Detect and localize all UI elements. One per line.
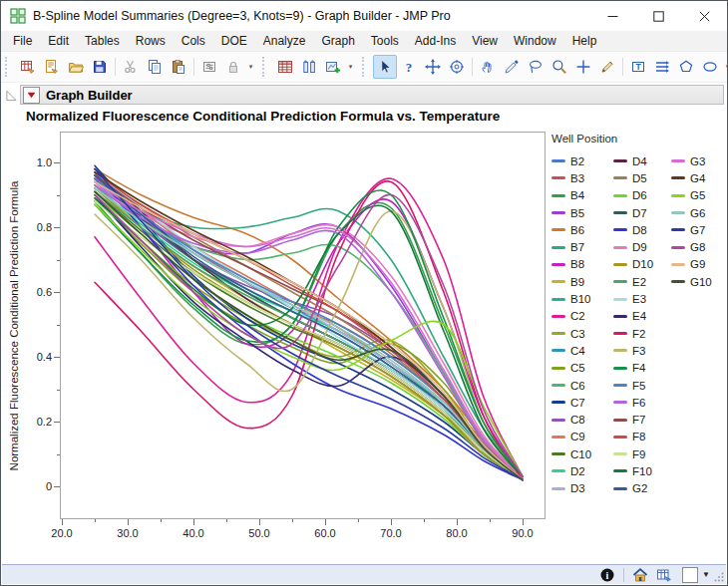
legend-item-G8[interactable]: G8 [671,238,712,255]
legend-item-F5[interactable]: F5 [613,377,671,394]
legend-item-G2[interactable]: G2 [613,480,671,497]
outline-disclosure-icon[interactable] [5,89,18,102]
arrow-tool-button[interactable] [373,55,397,79]
legend-item-E3[interactable]: E3 [613,290,671,307]
row-state-chip[interactable] [682,567,698,583]
legend-item-G3[interactable]: G3 [671,152,712,169]
legend-item-G7[interactable]: G7 [671,221,712,238]
toolbar-drag-handle[interactable] [262,57,269,77]
new-table-button[interactable] [16,55,40,79]
toolbar-overflow-button[interactable]: ▾ [722,56,728,78]
legend-item-C2[interactable]: C2 [551,308,613,325]
legend-item-E2[interactable]: E2 [613,273,671,290]
legend-item-D8[interactable]: D8 [613,221,671,238]
legend-item-D10[interactable]: D10 [613,256,671,273]
toolbar-overflow-button[interactable]: ▾ [245,56,256,78]
menu-item-view[interactable]: View [464,32,506,50]
menu-item-file[interactable]: File [5,32,40,50]
legend-item-C4[interactable]: C4 [551,342,613,359]
magnifier-tool-button[interactable] [547,55,571,79]
save-button[interactable] [88,55,112,79]
legend-item-C9[interactable]: C9 [551,429,613,445]
legend-item-B5[interactable]: B5 [551,204,613,221]
legend-item-C10[interactable]: C10 [551,445,613,462]
open-button[interactable] [64,55,88,79]
chevron-down-icon[interactable]: ▼ [702,570,710,579]
grabber-tool-button[interactable] [476,55,500,79]
legend-item-G6[interactable]: G6 [671,204,712,221]
text-annotate-button[interactable]: T [626,55,650,79]
legend-item-B2[interactable]: B2 [551,152,613,169]
cut-button[interactable] [119,55,143,79]
help-tool-button[interactable]: ? [397,55,421,79]
brush-tool-button[interactable] [500,55,524,79]
legend-item-D3[interactable]: D3 [551,480,613,497]
legend-item-E4[interactable]: E4 [613,308,671,325]
toolbar-overflow-button[interactable]: ▾ [345,56,356,78]
maximize-button[interactable] [635,1,681,31]
annotate-tool-button[interactable] [595,55,619,79]
copy-button[interactable] [143,55,167,79]
legend-item-F2[interactable]: F2 [613,325,671,342]
menu-item-analyze[interactable]: Analyze [255,32,314,50]
preferences-button[interactable] [197,55,221,79]
legend-item-C7[interactable]: C7 [551,394,613,411]
legend-item-C6[interactable]: C6 [551,377,613,394]
legend-item-F8[interactable]: F8 [613,429,671,445]
legend-item-G10[interactable]: G10 [671,273,712,290]
legend-item-B4[interactable]: B4 [551,187,613,204]
table-status-icon[interactable] [656,567,672,583]
legend-item-B7[interactable]: B7 [551,238,613,255]
lock-button[interactable] [221,55,245,79]
legend-item-B6[interactable]: B6 [551,221,613,238]
legend-item-C3[interactable]: C3 [551,325,613,342]
info-icon[interactable]: i [599,567,615,583]
legend-item-F9[interactable]: F9 [613,445,671,462]
menu-item-tools[interactable]: Tools [363,32,407,50]
legend-item-F7[interactable]: F7 [613,411,671,428]
legend-item-D7[interactable]: D7 [613,204,671,221]
legend-item-G5[interactable]: G5 [671,187,712,204]
menu-item-tables[interactable]: Tables [77,32,128,50]
crosshair-tool-button[interactable] [571,55,595,79]
toolbar-drag-handle[interactable] [5,57,12,77]
menu-item-help[interactable]: Help [564,32,605,50]
resize-grip[interactable] [714,572,724,582]
legend-item-F10[interactable]: F10 [613,462,671,479]
legend-item-D5[interactable]: D5 [613,169,671,186]
legend-item-F4[interactable]: F4 [613,360,671,377]
new-graph-button[interactable] [321,55,345,79]
data-table-button[interactable] [273,55,297,79]
legend-item-B3[interactable]: B3 [551,169,613,186]
legend-item-D9[interactable]: D9 [613,238,671,255]
menu-item-graph[interactable]: Graph [313,32,362,50]
legend-item-F3[interactable]: F3 [613,342,671,359]
menu-item-window[interactable]: Window [506,32,564,50]
lines-annotate-button[interactable] [650,55,674,79]
legend-item-B8[interactable]: B8 [551,256,613,273]
menu-item-doe[interactable]: DOE [213,32,255,50]
legend-item-G4[interactable]: G4 [671,169,712,186]
menu-item-rows[interactable]: Rows [128,32,174,50]
legend-item-D2[interactable]: D2 [551,462,613,479]
selection-target-button[interactable] [445,55,469,79]
legend-item-F6[interactable]: F6 [613,394,671,411]
title-bar[interactable]: B-Spline Model Summaries (Degree=3, Knot… [1,1,727,31]
menu-item-cols[interactable]: Cols [174,32,213,50]
oval-annotate-button[interactable] [698,55,722,79]
polygon-annotate-button[interactable] [674,55,698,79]
columns-viewer-button[interactable] [297,55,321,79]
legend-item-B9[interactable]: B9 [551,273,613,290]
legend-item-D4[interactable]: D4 [613,152,671,169]
minimize-button[interactable] [589,1,635,31]
new-journal-button[interactable] [40,55,64,79]
legend-item-C5[interactable]: C5 [551,360,613,377]
legend-item-G9[interactable]: G9 [671,256,712,273]
paste-button[interactable] [167,55,190,79]
lasso-tool-button[interactable] [524,55,547,79]
close-button[interactable] [681,1,727,31]
legend-item-D6[interactable]: D6 [613,187,671,204]
menu-item-edit[interactable]: Edit [40,32,77,50]
scroller-tool-button[interactable] [421,55,445,79]
toolbar-drag-handle[interactable] [362,57,369,77]
